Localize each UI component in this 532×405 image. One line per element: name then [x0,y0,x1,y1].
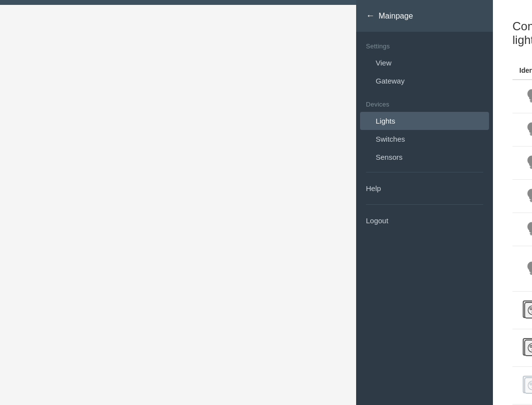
table-row[interactable]: Laundry Room Light 1GESoftWhite [512,113,532,147]
outlet-icon [523,300,532,318]
outlet-icon [523,338,532,356]
table-row[interactable]: Man Cave DimmableGESoftWhite [512,80,532,113]
svg-rect-17 [530,274,532,275]
col-header-identify: Identify [512,62,532,80]
table-row[interactable]: Laundry Room Light 2GESoftWhite [512,147,532,180]
svg-rect-16 [530,273,532,274]
icon-cell [512,180,532,213]
icon-cell [512,246,532,292]
sidebar-divider [366,172,483,172]
icon-cell [512,213,532,246]
svg-rect-7 [530,167,532,168]
icon-cell [512,80,532,113]
top-bar [0,0,356,5]
back-arrow-icon: ← [366,11,375,21]
table-row[interactable]: Living Room Ambience 2PhilipsLWB014 [512,213,532,246]
bulb-icon [523,220,532,237]
svg-rect-5 [530,135,532,136]
svg-point-0 [528,89,532,98]
icon-cell [512,147,532,180]
table-row[interactable]: Couch LampPhilipsLWB014 [512,180,532,213]
svg-rect-4 [530,133,532,135]
icon-cell [512,113,532,147]
sidebar-item-view[interactable]: View [356,54,493,72]
back-label: Mainpage [379,12,413,21]
sidebar-item-help[interactable]: Help [356,178,493,198]
svg-rect-11 [530,201,532,202]
svg-rect-8 [530,168,532,169]
icon-cell [512,292,532,329]
devices-section-label: Devices [356,90,493,112]
svg-rect-1 [530,100,532,102]
sidebar-item-switches[interactable]: Switches [356,130,493,148]
svg-rect-14 [530,234,532,235]
lights-table: Identify Name Vendor Product Man Cave Di… [512,62,532,405]
sidebar: ← Mainpage Settings View Gateway Devices… [356,0,493,405]
svg-rect-10 [530,200,532,201]
svg-point-9 [528,189,532,198]
sidebar-item-sensors[interactable]: Sensors [356,148,493,166]
icon-cell [512,329,532,367]
svg-point-12 [528,222,532,231]
bulb-icon [523,153,532,171]
bulb-icon [523,259,532,277]
svg-rect-2 [530,102,532,103]
bulb-icon [523,87,532,105]
svg-point-6 [528,156,532,165]
svg-rect-13 [530,233,532,234]
svg-point-3 [528,123,532,131]
table-row[interactable]: Ikea Outlet 3IKEA of SwedenTRÅDFRI contr… [512,367,532,405]
back-button[interactable]: ← Mainpage [356,0,493,32]
sidebar-item-lights[interactable]: Lights [360,112,489,130]
sidebar-divider-2 [366,204,483,205]
table-row[interactable]: Man CavePhilipsHue White and Color A19 [512,246,532,292]
bulb-icon [523,120,532,138]
svg-point-15 [528,262,532,271]
bulb-icon [523,187,532,204]
sidebar-item-logout[interactable]: Logout [356,211,493,231]
icon-cell [512,367,532,405]
table-row[interactable]: Ikea_Outlet_1IKEA of SwedenTRÅDFRI contr… [512,292,532,329]
main-content: Connected lights Identify Name Vendor Pr… [493,0,532,405]
settings-section-label: Settings [356,32,493,54]
sidebar-item-gateway[interactable]: Gateway [356,72,493,90]
table-header-row: Identify Name Vendor Product [512,62,532,80]
outlet-icon [523,376,532,393]
table-row[interactable]: Ikea Outlet 2IKEA of SwedenTRÅDFRI contr… [512,329,532,367]
